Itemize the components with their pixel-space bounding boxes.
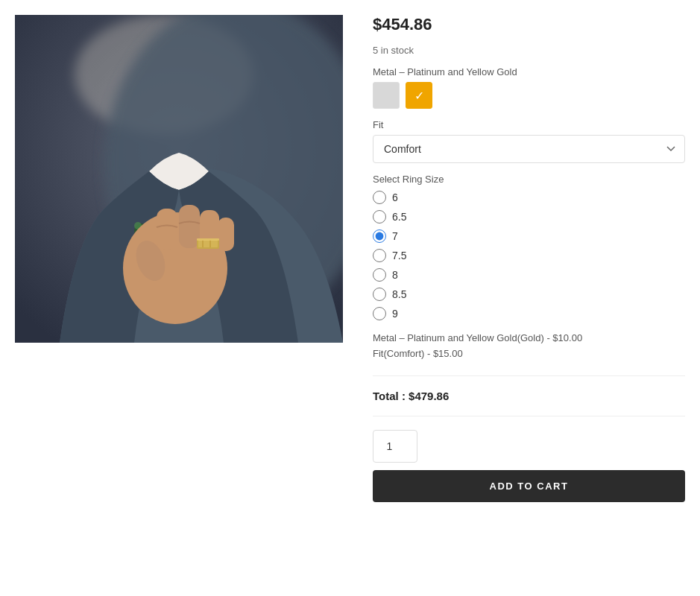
- price-breakdown-line2: Fit(Comfort) - $15.00: [373, 346, 685, 362]
- fit-label: Fit: [373, 119, 685, 130]
- product-price: $454.86: [373, 15, 685, 34]
- ring-size-6-5-radio[interactable]: [373, 210, 386, 224]
- price-breakdown-line1: Metal – Platinum and Yellow Gold(Gold) -…: [373, 331, 685, 346]
- add-to-cart-button[interactable]: ADD TO CART: [373, 470, 685, 502]
- page-container: $454.86 5 in stock Metal – Platinum and …: [0, 0, 700, 517]
- ring-size-6-item: 6: [373, 191, 685, 204]
- divider-1: [373, 375, 685, 376]
- ring-size-6-radio[interactable]: [373, 191, 386, 204]
- ring-size-section: Select Ring Size 6 6.5 7 7.5: [373, 174, 685, 320]
- ring-size-8-5-label[interactable]: 8.5: [392, 288, 406, 300]
- ring-size-9-item: 9: [373, 307, 685, 320]
- checkmark-icon: ✓: [414, 89, 424, 103]
- ring-size-7-radio[interactable]: [373, 229, 386, 243]
- svg-rect-7: [179, 205, 200, 248]
- ring-size-6-5-item: 6.5: [373, 210, 685, 224]
- product-image: [15, 15, 343, 343]
- fit-section: Fit Comfort Standard: [373, 119, 685, 163]
- svg-rect-9: [218, 218, 234, 251]
- fit-dropdown[interactable]: Comfort Standard: [373, 135, 685, 163]
- total-price: Total : $479.86: [373, 390, 685, 402]
- ring-size-8-radio[interactable]: [373, 268, 386, 282]
- swatch-gold[interactable]: ✓: [406, 82, 432, 109]
- quantity-input[interactable]: [373, 430, 417, 463]
- svg-rect-12: [198, 240, 218, 247]
- svg-rect-6: [157, 209, 177, 250]
- ring-size-7-5-label[interactable]: 7.5: [392, 250, 406, 261]
- ring-size-7-5-radio[interactable]: [373, 249, 386, 262]
- ring-size-6-label[interactable]: 6: [392, 191, 398, 203]
- ring-size-radio-group: 6 6.5 7 7.5 8: [373, 191, 685, 320]
- metal-section: Metal – Platinum and Yellow Gold ✓: [373, 66, 685, 109]
- ring-size-label: Select Ring Size: [373, 174, 685, 185]
- ring-size-8-item: 8: [373, 268, 685, 282]
- ring-size-9-radio[interactable]: [373, 307, 386, 320]
- stock-info: 5 in stock: [373, 45, 685, 56]
- price-breakdown: Metal – Platinum and Yellow Gold(Gold) -…: [373, 331, 685, 362]
- metal-label: Metal – Platinum and Yellow Gold: [373, 66, 685, 77]
- ring-size-7-5-item: 7.5: [373, 249, 685, 262]
- ring-size-7-item: 7: [373, 229, 685, 243]
- color-swatches: ✓: [373, 82, 685, 109]
- swatch-silver[interactable]: [373, 82, 400, 109]
- svg-rect-15: [197, 238, 219, 241]
- ring-size-8-5-radio[interactable]: [373, 288, 386, 301]
- ring-size-9-label[interactable]: 9: [392, 308, 398, 320]
- product-details: $454.86 5 in stock Metal – Platinum and …: [373, 15, 685, 502]
- divider-2: [373, 416, 685, 416]
- ring-size-7-label[interactable]: 7: [392, 230, 398, 242]
- ring-size-6-5-label[interactable]: 6.5: [392, 211, 406, 223]
- ring-size-8-5-item: 8.5: [373, 288, 685, 301]
- ring-size-8-label[interactable]: 8: [392, 269, 398, 281]
- product-image-container: [15, 15, 343, 343]
- quantity-section: ADD TO CART: [373, 430, 685, 502]
